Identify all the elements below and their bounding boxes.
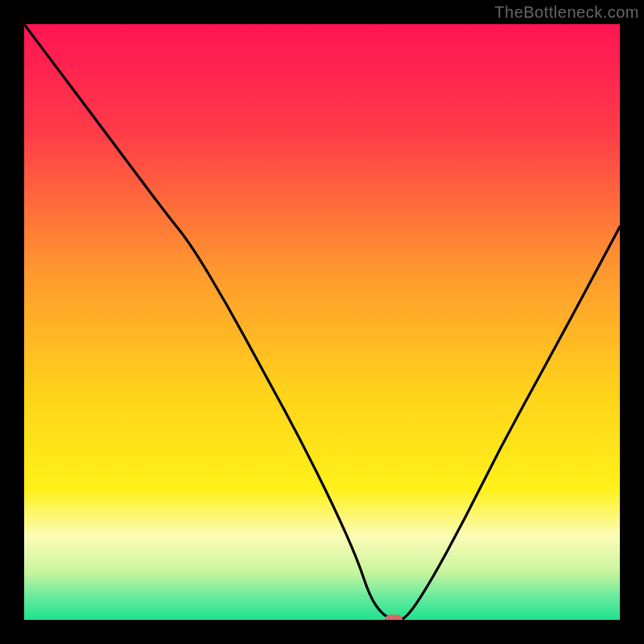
plot-area [24, 24, 620, 620]
watermark-text: TheBottleneck.com [494, 3, 639, 22]
optimal-marker [385, 615, 402, 621]
bottleneck-curve [24, 24, 620, 620]
chart-frame: TheBottleneck.com [0, 0, 644, 644]
